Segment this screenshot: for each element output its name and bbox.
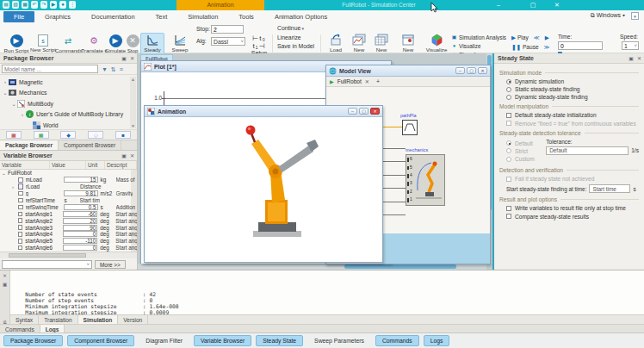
windows-menu[interactable]: ⧉ Windows ▾ — [591, 12, 625, 19]
close-button[interactable]: ✕ — [478, 67, 487, 74]
variable-value-input[interactable]: 0.5 — [64, 204, 98, 210]
radio-icon[interactable] — [506, 87, 511, 92]
add-tab-icon[interactable]: + — [376, 78, 380, 84]
linearize-button[interactable]: Linearize — [277, 34, 314, 40]
minimize-button[interactable]: – — [348, 108, 357, 115]
log-output[interactable]: Number of state events : 42 Number of st… — [10, 270, 644, 314]
variable-value-input[interactable]: 0 — [63, 245, 97, 251]
ribbon-tab[interactable]: Graphics — [34, 11, 81, 22]
radio-option[interactable]: Dynamic simulation — [506, 78, 639, 84]
variable-row[interactable]: startAngle6 0 deg Start ang — [0, 245, 137, 252]
package-filter-icon[interactable]: ▦ — [34, 131, 49, 139]
panel-toggle-button[interactable]: Sweep Parameters — [307, 335, 371, 346]
expander-icon[interactable]: › — [2, 79, 9, 84]
tree-item-users-guide[interactable]: › i User's Guide of MultiBody Library — [0, 109, 137, 121]
undo-icon[interactable]: ↶ — [31, 1, 38, 9]
variable-checkbox[interactable] — [18, 212, 23, 217]
radio-icon[interactable] — [506, 148, 511, 153]
close-icon[interactable]: ✕ — [637, 55, 641, 61]
open-icon[interactable]: ▨ — [12, 1, 19, 9]
variable-checkbox[interactable] — [18, 218, 23, 223]
radio-icon[interactable] — [506, 79, 511, 84]
expander-icon[interactable]: › — [19, 112, 26, 117]
variable-row[interactable]: startAngle1 -60 deg Start ang — [0, 210, 137, 217]
variable-row[interactable]: rLoad Distance — [0, 183, 137, 190]
mechanics-port[interactable]: 6 — [407, 158, 413, 162]
collapse-ribbon-button[interactable]: ▾ — [631, 12, 639, 20]
tolerance-input[interactable] — [546, 146, 629, 155]
variable-row[interactable]: startAngle5 -110 deg Start ang — [0, 238, 137, 245]
radio-option[interactable]: Static steady-state finding — [506, 86, 639, 92]
more-icon[interactable]: ⋮ — [69, 1, 76, 9]
variable-checkbox[interactable] — [18, 191, 23, 196]
simulation-analysis-button[interactable]: ▣ Simulation Analysis — [451, 34, 506, 40]
checkbox-icon[interactable] — [506, 206, 511, 211]
pause-button[interactable]: ❚❚ Pause — [511, 44, 539, 51]
simulate-icon[interactable]: ▶ — [50, 1, 57, 9]
continue-button[interactable]: Continue — [277, 25, 314, 31]
model-tab-label[interactable]: FullRobot — [337, 78, 362, 84]
ribbon-tab[interactable]: Animation Options — [264, 11, 337, 22]
float-icon[interactable]: ▣ — [2, 281, 9, 288]
browser-tab[interactable]: Package Browser — [0, 140, 59, 150]
model-view-titlebar[interactable]: Model View – ▢ ✕ — [326, 65, 490, 77]
checkbox-icon[interactable] — [506, 113, 511, 118]
variable-hscrollbar[interactable] — [0, 252, 137, 258]
column-variable[interactable]: Variable — [0, 161, 50, 169]
variable-filter-combo[interactable] — [2, 260, 92, 269]
variable-checkbox[interactable] — [18, 225, 23, 230]
stop-button[interactable]: ✕ Stop — [124, 34, 141, 54]
close-icon[interactable]: ✕ — [2, 272, 9, 279]
variable-value-input[interactable]: -110 — [63, 238, 97, 244]
close-button[interactable]: ✕ — [370, 108, 380, 115]
panel-toggle-button[interactable]: Diagram Filter — [139, 335, 189, 346]
save-in-model-button[interactable]: Save in Model — [277, 43, 314, 49]
clear-search-icon[interactable]: ≡ — [120, 66, 123, 72]
column-unit[interactable]: Unit — [86, 161, 105, 169]
new-icon[interactable]: ▤ — [3, 1, 9, 9]
checkbox-option[interactable]: Write variables to result file only at s… — [506, 205, 639, 211]
algorithm-select[interactable]: Dassl — [211, 37, 245, 46]
close-icon[interactable]: ✕ — [130, 55, 134, 61]
minimize-button[interactable]: – — [489, 1, 508, 9]
variable-checkbox[interactable] — [18, 232, 23, 237]
animation-titlebar[interactable]: Animation – ▢ ✕ — [145, 106, 382, 117]
model-filter-icon[interactable]: ▦ — [6, 131, 22, 139]
panel-toggle-button[interactable]: Variable Browser — [194, 335, 251, 346]
radio-option[interactable]: Dynamic steady-state finding — [506, 94, 639, 100]
sort-icon[interactable]: ⇅ — [111, 66, 116, 72]
ribbon-tab[interactable]: Documentation — [81, 11, 145, 22]
float-icon[interactable]: ▣ — [629, 55, 634, 61]
more-button[interactable]: More >> — [95, 260, 126, 269]
radio-option[interactable]: Default — [506, 140, 546, 146]
checkbox-icon[interactable] — [506, 177, 511, 182]
tree-item-world[interactable]: World — [0, 120, 137, 131]
float-icon[interactable]: ▣ — [121, 152, 127, 158]
mechanics-port[interactable]: 4 — [407, 174, 413, 178]
stop-time-input[interactable] — [211, 25, 244, 34]
tab-close-icon[interactable]: ✕ — [365, 78, 369, 84]
start-finding-input[interactable] — [589, 184, 630, 193]
close-icon[interactable]: ✕ — [130, 152, 134, 158]
variable-row[interactable]: startAngle4 0 deg Start ang — [0, 231, 137, 238]
connector-filter-icon[interactable]: ◆ — [60, 131, 76, 139]
variable-checkbox[interactable] — [18, 205, 23, 210]
translate-button[interactable]: ⚙ Translate — [81, 34, 107, 54]
column-value[interactable]: Value — [50, 161, 86, 169]
variable-row[interactable]: startAngle2 20 deg Start ang — [0, 217, 137, 224]
expander-icon[interactable]: ⌄ — [2, 90, 9, 96]
mechanics-port[interactable]: 1 — [407, 198, 413, 202]
checkbox-icon[interactable] — [506, 121, 511, 126]
variable-row[interactable]: g 9.81 m/s2 Gravity — [0, 190, 137, 197]
maximize-button[interactable]: ▢ — [523, 1, 542, 9]
ribbon-tab[interactable]: File — [3, 11, 34, 22]
variable-row[interactable]: refSwingTime 0.5 s Addition — [0, 203, 137, 210]
save-icon[interactable]: ▦ — [22, 1, 28, 9]
browser-tab[interactable]: Component Browser — [59, 140, 121, 150]
mechanics-port[interactable]: 2 — [407, 190, 413, 195]
column-description[interactable]: Descript — [105, 161, 137, 169]
tree-item-mechanics[interactable]: ⌄ Mechanics — [0, 88, 137, 99]
expander-icon[interactable] — [2, 171, 8, 176]
stop-icon[interactable]: ● — [59, 1, 66, 9]
context-tab-animation[interactable]: Animation — [176, 0, 264, 10]
